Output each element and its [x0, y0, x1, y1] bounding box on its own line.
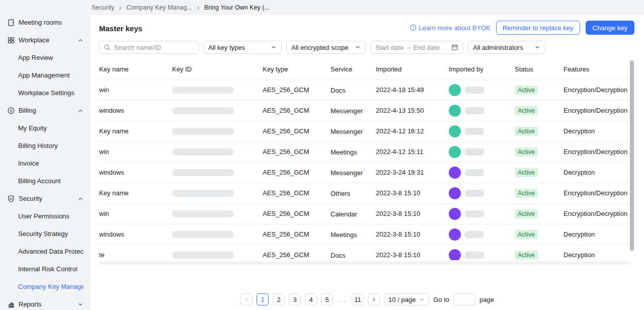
features-value: Decryption: [564, 230, 595, 238]
sidebar-item-security-strategy[interactable]: Security Strategy: [0, 225, 91, 243]
sidebar-item-app-review[interactable]: App Review: [0, 49, 91, 66]
sidebar-item-invoice[interactable]: Invoice: [0, 154, 91, 172]
table-row[interactable]: windowsAES_256_GCMMessenger2022-4-13 15:…: [99, 100, 629, 121]
previous-page-button[interactable]: [240, 293, 253, 305]
vertical-scrollbar[interactable]: [630, 59, 634, 260]
sidebar-item-security[interactable]: Security: [0, 190, 91, 207]
date-range-picker[interactable]: Start date – End date: [370, 41, 463, 54]
search-input[interactable]: [114, 44, 194, 51]
sidebar-item-company-key-manage[interactable]: Company Key Manage...: [0, 278, 91, 295]
key-types-select[interactable]: All key types: [203, 41, 282, 54]
sidebar-item-reports[interactable]: Reports: [0, 295, 91, 310]
table-row[interactable]: winAES_256_GCMMeetings2022-4-12 15:11Act…: [99, 141, 629, 162]
change-key-button[interactable]: Change key: [586, 21, 634, 35]
features-value: Decryption: [564, 169, 595, 176]
goto-page-input[interactable]: [453, 293, 475, 305]
key-type-value: AES_256_GCM: [263, 107, 309, 114]
page-size-select[interactable]: 10 / page: [384, 293, 429, 305]
sidebar-item-advanced-data-protecti[interactable]: Advanced Data Protecti...: [0, 243, 91, 260]
redacted-name-bar: [465, 169, 484, 176]
imported-value: 2022-3-8 15:10: [376, 230, 420, 238]
service-value: Docs: [331, 87, 346, 94]
search-box[interactable]: [99, 41, 199, 54]
key-id-cell: [172, 162, 263, 183]
page-button-11[interactable]: 11: [352, 293, 364, 305]
chevron-down-icon[interactable]: [77, 301, 84, 307]
sidebar-item-label: Reports: [19, 300, 77, 308]
imported-cell: 2022-4-12 15:11: [376, 141, 449, 162]
key-type-value: AES_256_GCM: [263, 189, 309, 197]
sidebar-item-label: Billing Account: [18, 177, 84, 185]
horizontal-scrollbar[interactable]: [99, 261, 629, 265]
chevron-up-icon[interactable]: [77, 37, 84, 43]
table-row[interactable]: teAES_256_GCMDocs2022-3-8 15:10ActiveDec…: [99, 245, 629, 260]
key-name-cell: Key name: [99, 183, 172, 203]
imported-value: 2022-4-12 16:12: [376, 127, 424, 135]
filter-bar: All key types All encrypted scope Start …: [99, 41, 545, 54]
page-button-3[interactable]: 3: [289, 293, 301, 305]
key-name-value: win: [99, 86, 109, 94]
key-id-cell: [172, 224, 263, 245]
status-cell: Active: [515, 121, 564, 141]
table-row[interactable]: winAES_256_GCMDocs2022-4-18 15:49ActiveE…: [99, 80, 629, 100]
start-date-placeholder: Start date: [375, 44, 404, 51]
redacted-name-bar: [465, 107, 484, 114]
key-type-cell: AES_256_GCM: [263, 100, 331, 121]
pagination-ellipsis[interactable]: ...: [337, 296, 348, 303]
avatar: [449, 146, 461, 158]
status-cell: Active: [515, 141, 564, 162]
key-name-value: windows: [99, 230, 124, 238]
page-button-1[interactable]: 1: [257, 293, 269, 305]
column-header-imported: Imported: [376, 59, 449, 80]
page-button-4[interactable]: 4: [305, 293, 317, 305]
learn-more-byok-link[interactable]: ? Learn more about BYOK: [410, 24, 490, 32]
breadcrumb-item-security[interactable]: Security: [92, 4, 114, 11]
sidebar-item-label: User Permissions: [18, 212, 84, 220]
sidebar-item-internal-risk-control[interactable]: Internal Risk Control: [0, 260, 91, 278]
sidebar-item-label: My Equity: [18, 124, 84, 132]
features-cell: Encryption/Decryption: [564, 100, 629, 121]
table-row[interactable]: Key nameAES_256_GCMMessenger2022-4-12 16…: [99, 121, 629, 141]
sidebar-item-meeting-rooms[interactable]: Meeting rooms: [0, 14, 91, 31]
imported-by-cell: [449, 245, 515, 260]
sidebar-item-app-management[interactable]: App Management: [0, 66, 91, 84]
features-value: Encryption/Decryption: [564, 189, 627, 197]
administrators-select[interactable]: All administrators: [468, 41, 545, 54]
imported-by-cell: [449, 224, 515, 245]
sidebar-item-workplace[interactable]: Workplace: [0, 31, 91, 49]
imported-by-cell: [449, 100, 515, 121]
key-type-value: AES_256_GCM: [263, 251, 309, 259]
next-page-button[interactable]: [368, 293, 380, 305]
sidebar-item-billing[interactable]: $Billing: [0, 102, 91, 119]
features-value: Encryption/Decryption: [564, 210, 627, 217]
status-cell: Active: [515, 183, 564, 203]
chevron-up-icon[interactable]: [77, 108, 84, 114]
sidebar-nav: Meeting roomsWorkplaceApp ReviewApp Mana…: [0, 0, 91, 310]
page-button-2[interactable]: 2: [273, 293, 285, 305]
sidebar-item-label: Company Key Manage...: [18, 283, 84, 290]
sidebar-item-billing-history[interactable]: Billing History: [0, 137, 91, 154]
encrypted-scope-select[interactable]: All encrypted scope: [286, 41, 366, 54]
service-cell: Messenger: [331, 100, 376, 121]
features-cell: Encryption/Decryption: [564, 203, 629, 224]
sidebar-item-workplace-settings[interactable]: Workplace Settings: [0, 84, 91, 102]
sidebar-item-user-permissions[interactable]: User Permissions: [0, 207, 91, 225]
table-row[interactable]: windowsAES_256_GCMMessenger2022-3-24 19:…: [99, 162, 629, 183]
key-id-cell: [172, 141, 263, 162]
chevron-up-icon[interactable]: [77, 196, 84, 202]
imported-cell: 2022-3-8 15:10: [376, 203, 449, 224]
table-row[interactable]: Key nameAES_256_GCMOthers2022-3-8 15:10A…: [99, 183, 629, 203]
sidebar-item-label: Billing: [19, 107, 77, 114]
vertical-scrollbar-thumb[interactable]: [630, 60, 634, 251]
page-button-5[interactable]: 5: [321, 293, 333, 305]
sidebar-item-my-equity[interactable]: My Equity: [0, 119, 91, 137]
redacted-name-bar: [465, 252, 484, 259]
key-type-cell: AES_256_GCM: [263, 141, 331, 162]
table-row[interactable]: winAES_256_GCMCalendar2022-3-8 15:10Acti…: [99, 203, 629, 224]
sidebar-item-billing-account[interactable]: Billing Account: [0, 172, 91, 190]
breadcrumb-item-company-key-manag[interactable]: Company Key Manag...: [126, 4, 192, 11]
redacted-key-id-bar: [172, 252, 234, 259]
reminder-to-replace-key-button[interactable]: Reminder to replace key: [496, 21, 580, 35]
table-row[interactable]: windowsAES_256_GCMMeetings2022-3-8 15:10…: [99, 224, 629, 245]
column-header-key-id: Key ID: [172, 59, 263, 80]
